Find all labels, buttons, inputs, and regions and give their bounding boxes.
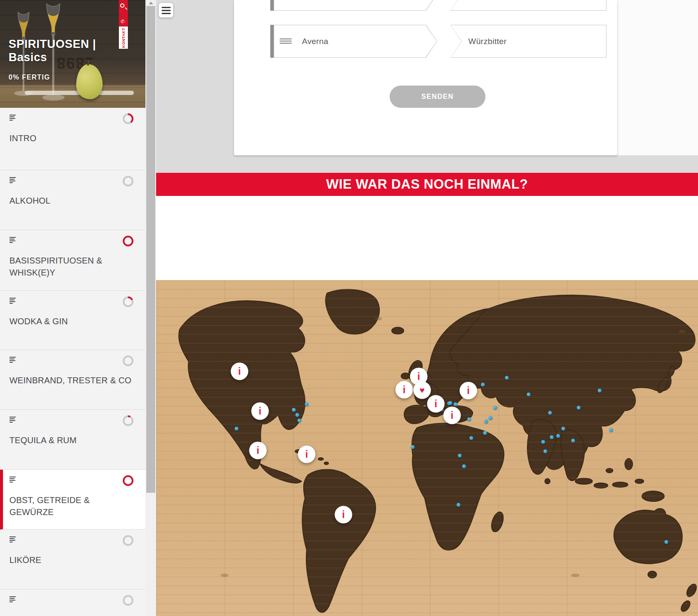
chapter-list-icon	[9, 477, 16, 482]
content-background-panel	[617, 0, 698, 155]
map-pin-dot	[235, 427, 239, 431]
sidebar-item-label: ALKOHOL	[9, 195, 134, 207]
map-pin-dot	[550, 435, 554, 439]
search-ribbon[interactable]: ✆	[119, 0, 128, 27]
chapter-list-icon	[9, 417, 16, 422]
match-row: Averna Würzbitter	[234, 25, 617, 58]
map-marker-eastern-europe[interactable]: i	[460, 382, 477, 400]
sidebar-item-weinbrand[interactable]: WEINBRAND, TRESTER & CO	[0, 350, 145, 410]
sidebar-item-obst-getreide[interactable]: OBST, GETREIDE & GEWÜRZE	[0, 470, 145, 530]
chapter-list-icon	[9, 177, 16, 182]
menu-toggle-button[interactable]	[159, 3, 173, 18]
course-progress-label: 0% FERTIG	[9, 74, 50, 81]
map-marker-usa[interactable]: i	[251, 403, 269, 420]
map-marker-italy[interactable]: i	[427, 395, 445, 413]
drag-handle-icon[interactable]	[280, 38, 292, 45]
progress-ring	[123, 296, 133, 307]
map-pin-dot	[489, 416, 493, 420]
map-pin-dot	[665, 540, 668, 544]
progress-ring	[123, 595, 133, 606]
sidebar-item-next[interactable]	[0, 589, 145, 616]
sidebar-scrollbar[interactable]	[145, 0, 156, 616]
progress-ring	[123, 176, 133, 187]
match-target-box[interactable]	[450, 0, 606, 11]
map-pin-dot	[457, 503, 461, 507]
elearning-page: 1898 SPIRITUOSEN | Basics 0% FERTIG ✆ KO…	[0, 0, 698, 616]
map-marker-france[interactable]: i	[396, 381, 413, 399]
world-map: iiiiiii♥iii	[156, 280, 698, 616]
chapter-list-icon	[9, 357, 16, 362]
map-marker-caribbean[interactable]: i	[298, 446, 316, 463]
map-marker-heart-home[interactable]: ♥	[414, 382, 431, 399]
map-marker-balkan[interactable]: i	[444, 407, 461, 424]
contact-tab-label: KONTAKT	[121, 28, 126, 48]
sidebar-item-tequila-rum[interactable]: TEQUILA & RUM	[0, 410, 145, 470]
progress-ring	[123, 113, 133, 124]
sidebar-item-label: WEINBRAND, TRESTER & CO	[9, 374, 134, 386]
map-pin-dot	[541, 440, 545, 444]
chapter-list-icon	[9, 237, 16, 242]
map-pin-dot	[481, 383, 485, 387]
match-source-box[interactable]: Averna	[270, 25, 437, 58]
map-pin-dot	[462, 465, 466, 468]
chapter-list-icon	[9, 298, 16, 303]
map-pin-dot	[470, 436, 473, 440]
sidebar-item-wodka-gin[interactable]: WODKA & GIN	[0, 291, 145, 350]
match-source-box[interactable]	[270, 0, 437, 11]
map-marker-brazil[interactable]: i	[335, 506, 352, 524]
drag-bar	[270, 0, 274, 11]
sidebar-item-label: BASISSPIRITUOSEN & WHISK(E)Y	[9, 255, 134, 278]
map-pin-dot	[296, 413, 299, 417]
map-pin-dot	[571, 439, 575, 443]
sidebar-item-label: LIKÖRE	[9, 554, 134, 566]
map-marker-mexico[interactable]: i	[249, 442, 267, 459]
map-pin-dot	[548, 411, 552, 415]
scrollbar-up-arrow[interactable]	[145, 0, 156, 6]
sidebar-item-label: TEQUILA & RUM	[9, 434, 134, 446]
course-sidebar: 1898 SPIRITUOSEN | Basics 0% FERTIG ✆ KO…	[0, 0, 145, 616]
progress-ring	[123, 415, 133, 426]
sidebar-item-alkohol[interactable]: ALKOHOL	[0, 170, 145, 230]
contact-tab[interactable]: KONTAKT	[119, 27, 128, 49]
chapter-list-icon	[9, 115, 16, 120]
map-pin-dot	[598, 389, 602, 393]
matching-exercise-card: Averna Würzbitter SENDEN	[234, 0, 617, 155]
progress-ring	[123, 535, 133, 546]
pear-image	[76, 64, 103, 99]
instruction-section: Klicke die einzeln Icons auf der Weltkar…	[156, 196, 698, 280]
main-content: Averna Würzbitter SENDEN WIE WAR DAS NOC…	[156, 0, 698, 616]
section-heading-banner: WIE WAR DAS NOCH EINMAL?	[156, 173, 698, 196]
scrollbar-thumb[interactable]	[146, 6, 155, 493]
drag-bar	[270, 25, 274, 58]
senden-button[interactable]: SENDEN	[390, 86, 485, 108]
sidebar-item-label: WODKA & GIN	[9, 315, 134, 327]
map-pin-dot	[505, 376, 509, 380]
sidebar-item-likoere[interactable]: LIKÖRE	[0, 530, 145, 589]
map-pin-dot	[494, 406, 497, 410]
map-marker-canada[interactable]: i	[231, 363, 248, 380]
map-pin-dot	[298, 419, 302, 423]
map-pin-dot	[609, 428, 613, 432]
map-pin-dot	[411, 445, 415, 449]
match-target-label: Würzbitter	[468, 25, 507, 58]
chapter-list-icon	[9, 596, 16, 601]
chapter-list-icon	[9, 536, 16, 542]
map-pin-dot	[527, 393, 531, 397]
progress-ring	[123, 236, 133, 246]
sidebar-item-intro[interactable]: INTRO	[0, 108, 145, 170]
match-target-box[interactable]: Würzbitter	[450, 25, 606, 58]
course-header-image: 1898 SPIRITUOSEN | Basics 0% FERTIG ✆ KO…	[0, 0, 145, 108]
match-row-partial	[234, 0, 617, 11]
sidebar-item-basisspirituosen[interactable]: BASISSPIRITUOSEN & WHISK(E)Y	[0, 230, 145, 291]
search-icon[interactable]	[120, 3, 124, 8]
map-pin-dot	[556, 434, 560, 438]
progress-ring	[123, 355, 133, 366]
phone-icon: ✆	[121, 19, 124, 24]
course-title: SPIRITUOSEN | Basics	[9, 38, 128, 64]
map-pin-dot	[458, 454, 462, 458]
match-source-label: Averna	[302, 25, 328, 58]
map-pin-dot	[577, 406, 581, 410]
map-pin-dot	[485, 420, 488, 424]
map-pin-dot	[467, 418, 471, 421]
sidebar-item-label: OBST, GETREIDE & GEWÜRZE	[9, 494, 134, 518]
